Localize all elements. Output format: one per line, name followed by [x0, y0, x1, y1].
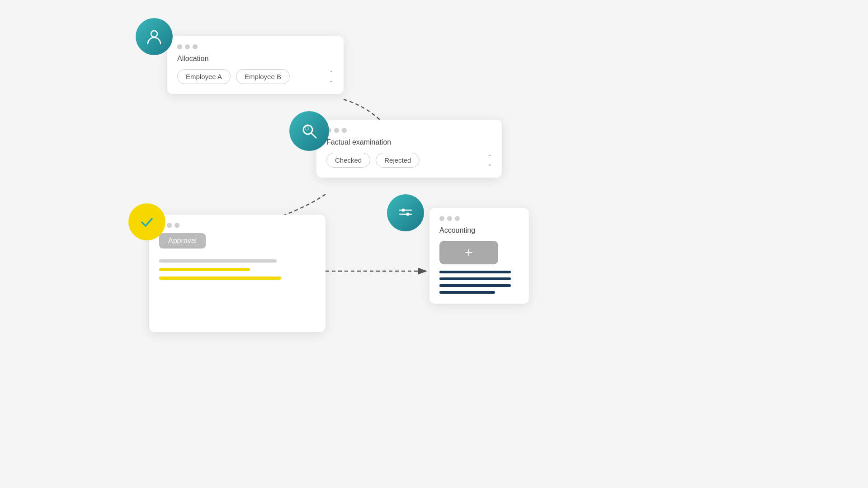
allocation-chevron[interactable]: ⌃ ⌄	[329, 70, 334, 84]
factual-window: Factual examination Checked Rejected ⌃ ⌄	[316, 120, 502, 178]
approval-window-dots	[159, 223, 316, 228]
approval-line-3	[159, 277, 281, 280]
check-icon	[138, 213, 156, 230]
acc-line-2	[439, 277, 511, 280]
factual-title: Factual examination	[326, 138, 492, 146]
allocation-tags: Employee A Employee B ⌃ ⌄	[177, 69, 334, 84]
accounting-lines	[439, 271, 519, 294]
svg-point-0	[151, 31, 157, 37]
factual-tags: Checked Rejected ⌃ ⌄	[326, 153, 492, 168]
accounting-window: Accounting +	[429, 208, 529, 304]
approval-badge[interactable]: Approval	[159, 233, 206, 249]
dot-3	[175, 223, 179, 228]
magnify-circle-icon	[289, 111, 329, 151]
person-icon	[145, 28, 163, 46]
approval-lines	[159, 259, 316, 280]
factual-window-dots	[326, 128, 492, 133]
dot-3	[193, 44, 198, 49]
dot-2	[334, 128, 339, 133]
chevron-up: ⌃	[487, 154, 492, 160]
allocation-window-dots	[177, 44, 334, 49]
person-circle-icon	[136, 18, 173, 55]
svg-point-7	[406, 213, 410, 216]
dot-3	[342, 128, 347, 133]
workflow-scene: Allocation Employee A Employee B ⌃ ⌄ Fac…	[0, 0, 868, 488]
dot-2	[167, 223, 172, 228]
svg-point-6	[402, 209, 405, 212]
chevron-up: ⌃	[329, 70, 334, 76]
approval-window: Approval	[149, 215, 326, 332]
accounting-title: Accounting	[439, 226, 519, 235]
approval-line-1	[159, 259, 277, 263]
sliders-icon	[397, 204, 414, 221]
allocation-title: Allocation	[177, 55, 334, 63]
check-circle-icon	[128, 203, 165, 240]
employee-b-tag[interactable]: Employee B	[236, 69, 290, 84]
add-button[interactable]: +	[439, 241, 498, 264]
acc-line-3	[439, 284, 511, 287]
dot-2	[185, 44, 190, 49]
checked-tag[interactable]: Checked	[326, 153, 370, 168]
chevron-down: ⌄	[487, 161, 492, 167]
chevron-down: ⌄	[329, 77, 334, 84]
dot-1	[439, 216, 444, 221]
sliders-circle-icon	[387, 194, 424, 231]
approval-line-2	[159, 268, 250, 271]
acc-line-4	[439, 291, 495, 294]
factual-chevron[interactable]: ⌃ ⌄	[487, 154, 492, 167]
magnify-icon	[300, 122, 319, 141]
rejected-tag[interactable]: Rejected	[376, 153, 420, 168]
employee-a-tag[interactable]: Employee A	[177, 69, 231, 84]
svg-line-2	[311, 133, 316, 138]
dot-3	[455, 216, 460, 221]
acc-line-1	[439, 271, 511, 273]
accounting-window-dots	[439, 216, 519, 221]
plus-icon: +	[465, 246, 473, 259]
allocation-window: Allocation Employee A Employee B ⌃ ⌄	[167, 36, 344, 94]
dot-1	[177, 44, 182, 49]
dot-2	[447, 216, 452, 221]
svg-point-3	[305, 127, 309, 130]
